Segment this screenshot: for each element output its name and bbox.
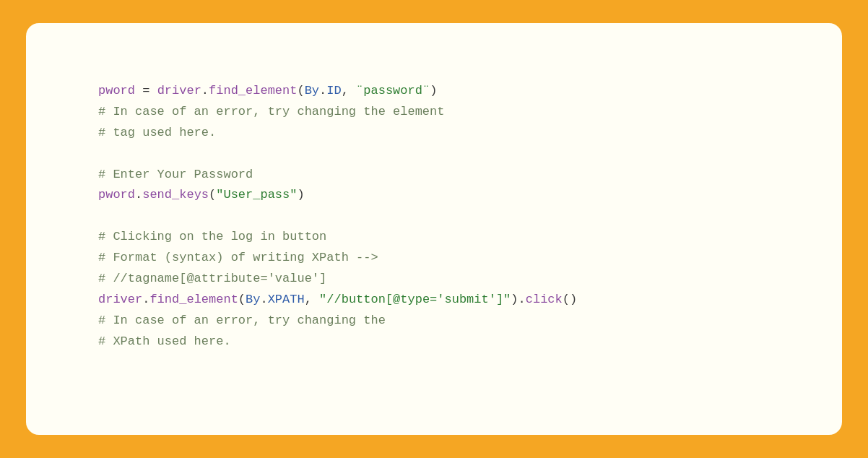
code-line: # tag used here. bbox=[98, 123, 577, 144]
code-token: "//button[@type='submit']" bbox=[319, 293, 511, 306]
code-token: "User_pass" bbox=[216, 188, 297, 202]
code-token: # Enter Your Password bbox=[98, 168, 253, 181]
code-token: XPATH bbox=[268, 293, 305, 306]
code-line bbox=[98, 144, 577, 165]
code-token: # tag used here. bbox=[98, 126, 216, 139]
code-token: click bbox=[526, 293, 563, 306]
code-token: ). bbox=[511, 293, 525, 306]
code-token: , bbox=[342, 84, 356, 98]
code-token: pword bbox=[98, 188, 135, 202]
code-token: By bbox=[305, 84, 319, 98]
code-line: pword = driver.find_element(By.ID, ¨pass… bbox=[98, 81, 577, 102]
code-line: # In case of an error, try changing the … bbox=[98, 102, 577, 123]
code-token: . bbox=[201, 84, 209, 98]
code-token: . bbox=[142, 293, 149, 306]
code-card: pword = driver.find_element(By.ID, ¨pass… bbox=[26, 23, 842, 435]
code-token: , bbox=[305, 293, 319, 306]
code-token: driver bbox=[157, 84, 201, 98]
code-token: ¨password¨ bbox=[356, 84, 430, 98]
code-token: # XPath used here. bbox=[98, 334, 231, 348]
code-line: # XPath used here. bbox=[98, 332, 577, 353]
code-token: pword bbox=[98, 84, 135, 98]
code-token: () bbox=[563, 293, 577, 306]
code-token: By bbox=[246, 293, 260, 306]
code-token: send_keys bbox=[142, 188, 209, 202]
code-block: pword = driver.find_element(By.ID, ¨pass… bbox=[98, 81, 577, 353]
code-line bbox=[98, 206, 577, 227]
code-token: # Format (syntax) of writing XPath --> bbox=[98, 251, 378, 264]
code-line: driver.find_element(By.XPATH, "//button[… bbox=[98, 290, 577, 311]
code-line: pword.send_keys("User_pass") bbox=[98, 185, 577, 206]
code-token: ( bbox=[297, 84, 304, 98]
code-token: . bbox=[135, 188, 142, 202]
code-token: . bbox=[319, 84, 326, 98]
code-token: ( bbox=[238, 293, 246, 306]
code-line: # Clicking on the log in button bbox=[98, 227, 577, 248]
code-token: # //tagname[@attribute='value'] bbox=[98, 272, 326, 285]
code-line: # Enter Your Password bbox=[98, 165, 577, 186]
code-token: ID bbox=[326, 84, 341, 98]
code-token: . bbox=[260, 293, 267, 306]
code-line: # In case of an error, try changing the bbox=[98, 311, 577, 332]
code-token: # In case of an error, try changing the … bbox=[98, 105, 444, 118]
code-token: find_element bbox=[209, 84, 297, 98]
code-token: # In case of an error, try changing the bbox=[98, 314, 386, 327]
code-token: # Clicking on the log in button bbox=[98, 230, 326, 243]
code-line: # Format (syntax) of writing XPath --> bbox=[98, 248, 577, 269]
code-token: ) bbox=[297, 188, 304, 202]
code-token: find_element bbox=[149, 293, 238, 306]
code-line: # //tagname[@attribute='value'] bbox=[98, 269, 577, 290]
code-token: ) bbox=[430, 84, 437, 98]
code-token: ( bbox=[209, 188, 216, 202]
code-token: driver bbox=[98, 293, 142, 306]
code-token: = bbox=[135, 84, 157, 98]
